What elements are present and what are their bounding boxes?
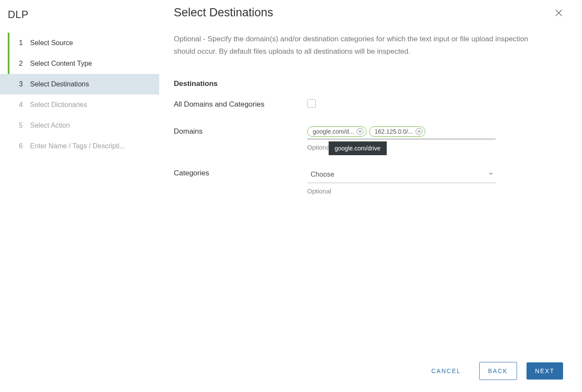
section-destinations-title: Destinations <box>174 80 560 88</box>
close-icon[interactable] <box>554 8 564 18</box>
step-number: 2 <box>19 60 27 67</box>
step-number: 6 <box>19 142 27 150</box>
chevron-down-icon <box>488 171 494 178</box>
chip-remove-icon[interactable] <box>357 128 363 135</box>
sidebar: DLP 1 Select Source 2 Select Content Typ… <box>0 0 159 392</box>
all-domains-checkbox[interactable] <box>307 99 316 108</box>
row-categories: Categories Choose Optional <box>174 168 560 195</box>
chip-text: 162.125.0.0/... <box>375 128 413 135</box>
step-label: Select Dictionaries <box>30 101 87 109</box>
step-label: Enter Name / Tags / Descripti... <box>30 142 125 150</box>
wizard-steps: 1 Select Source 2 Select Content Type 3 … <box>0 33 159 156</box>
row-domains: Domains google.com/d... 162.125.0.0/... <box>174 126 560 151</box>
categories-select[interactable]: Choose <box>307 168 496 183</box>
step-select-source[interactable]: 1 Select Source <box>0 33 159 53</box>
domains-input[interactable]: google.com/d... 162.125.0.0/... <box>307 126 496 139</box>
step-select-destinations[interactable]: 3 Select Destinations <box>0 74 159 95</box>
step-label: Select Destinations <box>30 80 89 88</box>
categories-label: Categories <box>174 168 307 178</box>
step-label: Select Source <box>30 39 73 47</box>
step-number: 4 <box>19 101 27 109</box>
step-label: Select Action <box>30 122 70 129</box>
step-select-action[interactable]: 5 Select Action <box>0 115 159 136</box>
step-select-dictionaries[interactable]: 4 Select Dictionaries <box>0 95 159 115</box>
next-button[interactable]: NEXT <box>527 362 563 380</box>
all-domains-label: All Domains and Categories <box>174 99 307 109</box>
step-number: 3 <box>19 80 27 88</box>
domain-tooltip: google.com/drive <box>329 141 387 155</box>
step-select-content-type[interactable]: 2 Select Content Type <box>0 53 159 74</box>
domain-chip[interactable]: google.com/d... <box>307 126 366 137</box>
categories-placeholder: Choose <box>311 171 334 178</box>
domain-chip[interactable]: 162.125.0.0/... <box>369 126 426 137</box>
row-all-domains: All Domains and Categories <box>174 99 560 109</box>
step-enter-name-tags[interactable]: 6 Enter Name / Tags / Descripti... <box>0 136 159 156</box>
footer-actions: CANCEL BACK NEXT <box>423 362 563 380</box>
page-title: Select Destinations <box>174 6 560 19</box>
step-number: 1 <box>19 39 27 47</box>
step-label: Select Content Type <box>30 60 92 67</box>
main-panel: Select Destinations Optional - Specify t… <box>159 0 582 392</box>
chip-text: google.com/d... <box>313 128 354 135</box>
domains-label: Domains <box>174 126 307 136</box>
page-description: Optional - Specify the domain(s) and/or … <box>174 33 548 58</box>
chip-remove-icon[interactable] <box>416 128 422 135</box>
step-number: 5 <box>19 122 27 129</box>
cancel-button[interactable]: CANCEL <box>423 362 470 380</box>
categories-helper: Optional <box>307 187 496 195</box>
sidebar-title: DLP <box>0 9 159 33</box>
back-button[interactable]: BACK <box>479 362 517 380</box>
